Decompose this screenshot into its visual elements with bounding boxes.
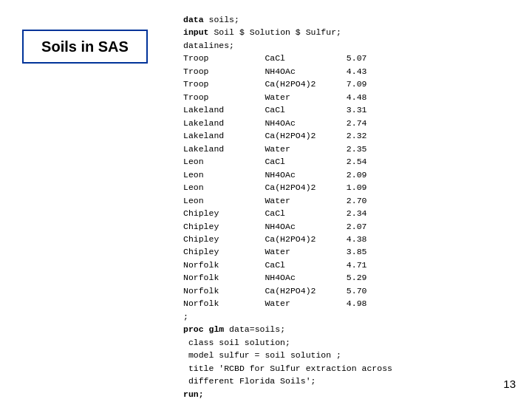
slide: Soils in SAS data soils; input Soil $ So… (0, 0, 532, 399)
slide-title: Soils in SAS (41, 37, 129, 56)
code-block: data soils; input Soil $ Solution $ Sulf… (183, 13, 392, 399)
title-box: Soils in SAS (22, 30, 148, 64)
page-number: 13 (503, 378, 516, 390)
